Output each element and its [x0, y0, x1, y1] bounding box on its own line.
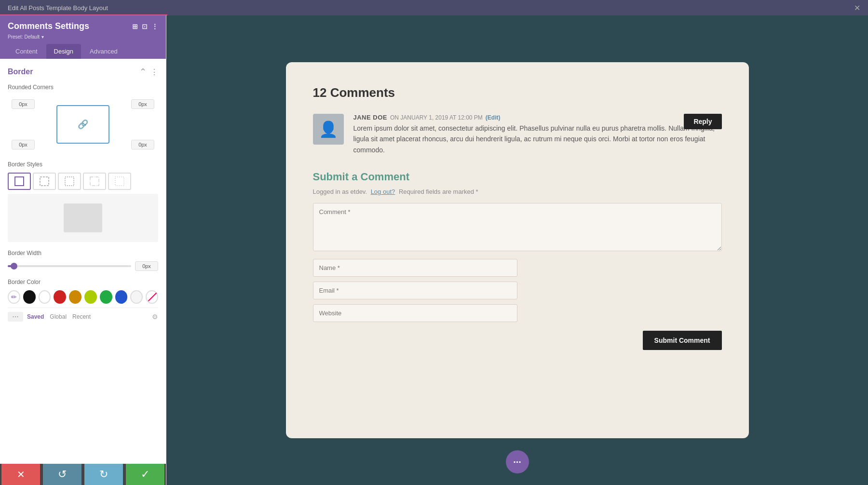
- border-width-slider[interactable]: [8, 265, 131, 267]
- color-tabs-dots[interactable]: ···: [8, 312, 23, 322]
- comment-text: Lorem ipsum dolor sit amet, consectetur …: [353, 123, 722, 155]
- tab-content[interactable]: Content: [8, 44, 45, 59]
- collapse-icon[interactable]: ⌃: [139, 67, 147, 77]
- svg-rect-2: [65, 177, 74, 186]
- slider-row: [8, 261, 158, 271]
- border-styles-label: Border Styles: [8, 161, 158, 168]
- border-width-input[interactable]: [135, 261, 158, 271]
- border-width-section: Border Width: [8, 250, 158, 271]
- section-controls: ⌃ ⋮: [139, 67, 158, 77]
- panel-title-icons: ⊞ ⊡ ⋮: [132, 23, 158, 30]
- color-tab-saved[interactable]: Saved: [25, 312, 46, 321]
- comment-avatar: 👤: [313, 114, 344, 145]
- undo-button[interactable]: ↺: [43, 464, 81, 485]
- color-tab-recent[interactable]: Recent: [70, 312, 93, 321]
- panel-icon-2[interactable]: ⊡: [142, 23, 148, 30]
- fab-button[interactable]: ···: [506, 450, 529, 473]
- border-preview-inner: [64, 203, 102, 232]
- submit-comment-button[interactable]: Submit Comment: [643, 331, 722, 350]
- svg-rect-3: [90, 177, 99, 186]
- comment-body: JANE DOE ON JANUARY 1, 2019 AT 12:00 PM …: [353, 114, 722, 155]
- bottom-toolbar: ✕ ↺ ↻ ✓: [0, 464, 166, 485]
- border-style-2[interactable]: [33, 173, 56, 190]
- panel-tabs: Content Design Advanced: [0, 44, 166, 59]
- border-section-header: Border ⌃ ⋮: [8, 67, 158, 77]
- comment-textarea[interactable]: [313, 203, 722, 251]
- color-picker-pen[interactable]: ✏: [8, 290, 20, 304]
- corner-bottom-left[interactable]: [12, 140, 35, 149]
- redo-icon: ↻: [99, 468, 108, 481]
- border-styles-grid: [8, 173, 158, 190]
- border-style-3[interactable]: [58, 173, 81, 190]
- right-panel: 12 Comments 👤 JANE DOE ON JANUARY 1, 201…: [166, 15, 868, 485]
- preset-arrow: ▾: [41, 34, 44, 40]
- border-preview-box: [8, 194, 158, 242]
- svg-rect-4: [115, 177, 124, 186]
- email-input[interactable]: [313, 282, 517, 299]
- color-swatch-yellow[interactable]: [84, 290, 97, 304]
- corner-top-left[interactable]: [12, 99, 35, 109]
- color-tab-global[interactable]: Global: [48, 312, 68, 321]
- fab-icon: ···: [513, 457, 521, 468]
- main-layout: Comments Settings ⊞ ⊡ ⋮ Preset: Default …: [0, 15, 868, 485]
- border-style-4[interactable]: [83, 173, 106, 190]
- color-swatch-light[interactable]: [130, 290, 143, 304]
- svg-rect-1: [40, 177, 49, 186]
- border-style-5[interactable]: [108, 173, 131, 190]
- redo-button[interactable]: ↻: [84, 464, 123, 485]
- required-text: Required fields are marked *: [399, 188, 478, 195]
- tab-design[interactable]: Design: [46, 44, 81, 59]
- svg-rect-0: [15, 177, 24, 186]
- title-bar: Edit All Posts Template Body Layout ✕: [0, 0, 868, 15]
- website-input[interactable]: [313, 304, 517, 322]
- color-tab-gear-icon[interactable]: ⚙: [152, 313, 158, 321]
- close-button[interactable]: ✕: [1, 464, 40, 485]
- preview-card: 12 Comments 👤 JANE DOE ON JANUARY 1, 201…: [286, 62, 749, 438]
- preset-label: Preset: Default: [8, 34, 40, 40]
- color-swatch-red[interactable]: [54, 290, 66, 304]
- color-swatch-green[interactable]: [100, 290, 112, 304]
- avatar-icon: 👤: [319, 120, 338, 138]
- corner-top-right[interactable]: [131, 99, 154, 109]
- tab-advanced[interactable]: Advanced: [82, 44, 125, 59]
- panel-header: Comments Settings ⊞ ⊡ ⋮ Preset: Default …: [0, 15, 166, 44]
- comment-author-name: JANE DOE: [353, 114, 387, 121]
- left-panel: Comments Settings ⊞ ⊡ ⋮ Preset: Default …: [0, 15, 166, 485]
- color-swatch-orange[interactable]: [69, 290, 81, 304]
- panel-title-text: Comments Settings: [8, 21, 89, 31]
- panel-title-row: Comments Settings ⊞ ⊡ ⋮: [8, 21, 158, 31]
- corner-bottom-right[interactable]: [131, 140, 154, 149]
- slider-thumb: [11, 263, 17, 269]
- link-icon[interactable]: 🔗: [78, 119, 88, 130]
- comment-edit-link[interactable]: (Edit): [486, 114, 501, 121]
- panel-icon-1[interactable]: ⊞: [132, 23, 138, 30]
- logout-link[interactable]: Log out?: [371, 188, 395, 195]
- submit-logged-info: Logged in as etdev. Log out? Required fi…: [313, 188, 722, 195]
- reply-button[interactable]: Reply: [684, 114, 721, 129]
- color-swatch-white[interactable]: [39, 290, 51, 304]
- name-input[interactable]: [313, 259, 517, 277]
- section-more-icon[interactable]: ⋮: [150, 67, 158, 77]
- undo-icon: ↺: [58, 468, 67, 481]
- border-width-label: Border Width: [8, 250, 158, 256]
- color-swatch-black[interactable]: [23, 290, 36, 304]
- border-styles-section: Border Styles: [8, 161, 158, 242]
- close-icon: ✕: [17, 469, 25, 480]
- color-swatch-none[interactable]: [146, 290, 158, 304]
- save-button[interactable]: ✓: [126, 464, 164, 485]
- border-color-label: Border Color: [8, 279, 158, 285]
- close-icon[interactable]: ✕: [854, 3, 860, 13]
- color-swatches: ✏: [8, 290, 158, 304]
- corners-grid: 🔗: [8, 95, 158, 153]
- panel-content: Border ⌃ ⋮ Rounded Corners 🔗 Border Sty: [0, 59, 166, 464]
- rounded-corners-label: Rounded Corners: [8, 84, 158, 91]
- panel-preset[interactable]: Preset: Default ▾: [8, 33, 158, 40]
- border-style-solid[interactable]: [8, 173, 31, 190]
- border-color-section: Border Color ✏ ··· Saved Global: [8, 279, 158, 322]
- color-swatch-blue[interactable]: [115, 290, 128, 304]
- color-tabs: ··· Saved Global Recent ⚙: [8, 308, 158, 322]
- submit-title: Submit a Comment: [313, 171, 722, 183]
- panel-icon-3[interactable]: ⋮: [151, 23, 158, 30]
- corner-preview-box: 🔗: [56, 105, 109, 144]
- border-section-title: Border: [8, 67, 33, 76]
